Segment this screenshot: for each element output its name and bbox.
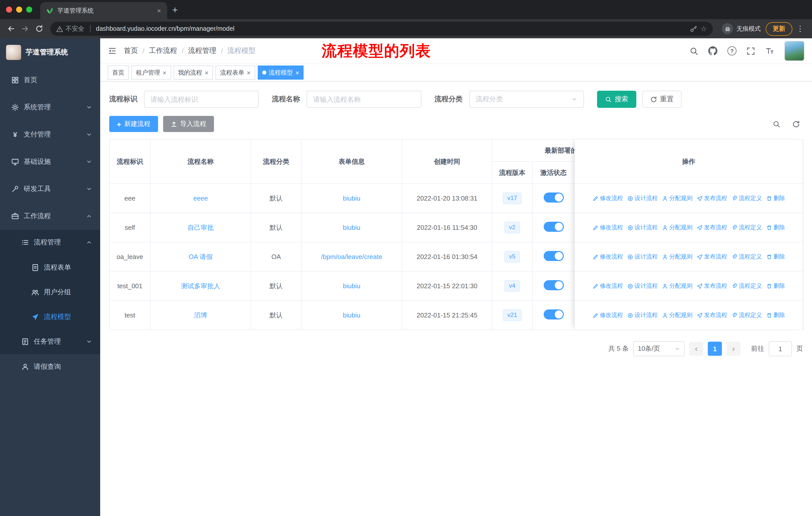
page-size-select[interactable]: 10条/页 <box>633 341 685 356</box>
show-search-button[interactable] <box>773 120 780 128</box>
action-delete-link[interactable]: 删除 <box>766 311 785 319</box>
action-design-link[interactable]: 设计流程 <box>627 311 658 319</box>
sidebar-item-payment[interactable]: ¥ 支付管理 <box>0 121 100 148</box>
action-definition-link[interactable]: 流程定义 <box>731 282 762 290</box>
action-delete-link[interactable]: 删除 <box>766 194 785 202</box>
process-name-link[interactable]: eeee <box>193 194 208 202</box>
active-toggle[interactable] <box>544 251 563 261</box>
address-bar[interactable]: 不安全 dashboard.yudao.iocoder.cn/bpm/manag… <box>50 22 713 36</box>
github-icon[interactable] <box>708 46 717 55</box>
action-assign-link[interactable]: 分配规则 <box>662 224 692 231</box>
sidebar-item-process-management[interactable]: 流程管理 <box>0 230 100 255</box>
sidebar-item-system[interactable]: 系统管理 <box>0 94 100 121</box>
action-edit-link[interactable]: 修改流程 <box>592 224 623 231</box>
search-icon[interactable] <box>690 47 698 55</box>
action-assign-link[interactable]: 分配规则 <box>662 253 692 261</box>
form-link[interactable]: biubiu <box>343 224 360 231</box>
tag-close-icon[interactable]: × <box>205 69 208 76</box>
sidebar-item-task-management[interactable]: 任务管理 <box>0 329 100 354</box>
reset-button[interactable]: 重置 <box>642 91 682 108</box>
action-publish-link[interactable]: 发布流程 <box>696 194 727 202</box>
sidebar-item-infrastructure[interactable]: 基础设施 <box>0 148 100 175</box>
action-design-link[interactable]: 设计流程 <box>627 282 658 290</box>
breadcrumb-item-workflow[interactable]: 工作流程 <box>149 46 177 55</box>
update-button[interactable]: 更新 <box>766 22 792 35</box>
form-link[interactable]: /bpm/oa/leave/create <box>321 253 382 261</box>
action-edit-link[interactable]: 修改流程 <box>592 253 623 261</box>
process-name-link[interactable]: 自己审批 <box>187 223 214 231</box>
minimize-window-button[interactable] <box>16 6 22 12</box>
process-key-input[interactable] <box>144 91 259 108</box>
browser-tab[interactable]: 芋道管理系统 × <box>40 2 167 19</box>
process-name-input[interactable] <box>307 91 422 108</box>
action-definition-link[interactable]: 流程定义 <box>731 253 762 261</box>
tab-close-icon[interactable]: × <box>155 6 163 15</box>
new-tab-button[interactable]: + <box>172 5 178 15</box>
action-design-link[interactable]: 设计流程 <box>627 253 658 261</box>
action-assign-link[interactable]: 分配规则 <box>662 194 692 202</box>
sidebar-item-home[interactable]: 首页 <box>0 66 100 94</box>
back-button[interactable] <box>4 22 18 36</box>
close-window-button[interactable] <box>6 6 12 12</box>
action-assign-link[interactable]: 分配规则 <box>662 311 692 319</box>
breadcrumb-item-process-management[interactable]: 流程管理 <box>188 46 216 55</box>
active-toggle[interactable] <box>544 280 563 290</box>
sidebar-item-process-model[interactable]: 流程模型 <box>0 304 100 329</box>
tag-tenant-management[interactable]: 租户管理 × <box>132 65 171 80</box>
action-edit-link[interactable]: 修改流程 <box>592 282 623 290</box>
font-size-icon[interactable] <box>765 46 774 55</box>
process-name-link[interactable]: OA 请假 <box>188 253 212 260</box>
action-delete-link[interactable]: 删除 <box>766 224 785 231</box>
search-button[interactable]: 搜索 <box>597 91 636 108</box>
action-publish-link[interactable]: 发布流程 <box>696 311 727 319</box>
next-page-button[interactable]: › <box>726 342 741 356</box>
process-name-link[interactable]: 测试多审批人 <box>181 282 220 290</box>
active-toggle[interactable] <box>544 222 563 232</box>
key-icon[interactable] <box>690 25 697 32</box>
active-toggle[interactable] <box>544 192 563 202</box>
sidebar-item-workflow[interactable]: 工作流程 <box>0 202 100 230</box>
security-indicator[interactable]: 不安全 <box>56 24 84 33</box>
sidebar-item-devtools[interactable]: 研发工具 <box>0 175 100 202</box>
sidebar-item-leave-query[interactable]: 请假查询 <box>0 354 100 379</box>
action-edit-link[interactable]: 修改流程 <box>592 311 623 319</box>
tag-process-model[interactable]: 流程模型 × <box>258 65 304 80</box>
action-publish-link[interactable]: 发布流程 <box>696 282 727 290</box>
page-1-button[interactable]: 1 <box>708 342 722 356</box>
star-icon[interactable]: ☆ <box>700 25 707 33</box>
action-publish-link[interactable]: 发布流程 <box>696 253 727 261</box>
sidebar-item-user-group[interactable]: 用户分组 <box>0 280 100 304</box>
action-assign-link[interactable]: 分配规则 <box>662 282 692 290</box>
create-process-button[interactable]: + 新建流程 <box>109 116 158 132</box>
action-design-link[interactable]: 设计流程 <box>627 224 658 231</box>
action-design-link[interactable]: 设计流程 <box>627 194 658 202</box>
action-definition-link[interactable]: 流程定义 <box>731 194 762 202</box>
process-name-link[interactable]: 滔博 <box>194 311 207 319</box>
tag-close-icon[interactable]: × <box>247 69 251 76</box>
user-avatar[interactable] <box>784 41 805 61</box>
form-link[interactable]: biubiu <box>343 194 360 202</box>
tag-close-icon[interactable]: × <box>163 69 166 76</box>
import-process-button[interactable]: 导入流程 <box>163 116 214 132</box>
tag-process-form[interactable]: 流程表单 × <box>215 65 255 80</box>
breadcrumb-item-home[interactable]: 首页 <box>124 46 138 55</box>
action-definition-link[interactable]: 流程定义 <box>731 311 762 319</box>
action-publish-link[interactable]: 发布流程 <box>696 224 727 231</box>
reload-button[interactable] <box>32 22 46 36</box>
process-category-select[interactable]: 流程分类 <box>469 91 584 108</box>
zoom-window-button[interactable] <box>26 6 32 12</box>
help-icon[interactable]: ? <box>727 46 736 55</box>
fullscreen-icon[interactable] <box>747 47 755 55</box>
form-link[interactable]: biubiu <box>343 311 360 319</box>
tag-close-icon[interactable]: × <box>295 69 299 76</box>
tag-my-process[interactable]: 我的流程 × <box>173 65 213 80</box>
tag-home[interactable]: 首页 <box>108 65 129 80</box>
goto-page-input[interactable] <box>769 341 792 356</box>
browser-menu-icon[interactable]: ⋮ <box>796 24 804 33</box>
refresh-table-button[interactable] <box>792 120 800 128</box>
forward-button[interactable] <box>18 22 32 36</box>
action-definition-link[interactable]: 流程定义 <box>731 224 762 231</box>
sidebar-item-process-form[interactable]: 流程表单 <box>0 255 100 280</box>
active-toggle[interactable] <box>544 309 563 320</box>
action-edit-link[interactable]: 修改流程 <box>592 194 623 202</box>
